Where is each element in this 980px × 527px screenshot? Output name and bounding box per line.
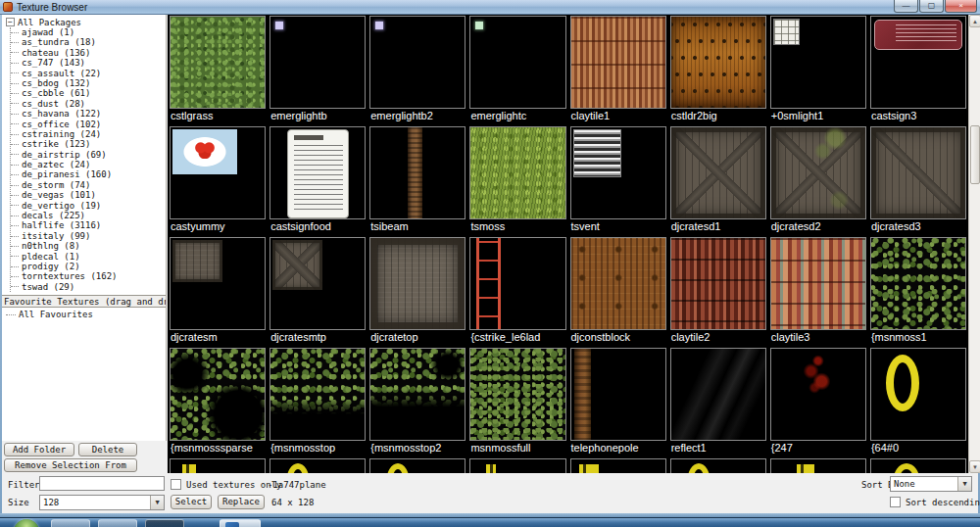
tree-item-cs_747[interactable]: cs_747 (143)	[11, 58, 166, 68]
texture-thumb-claytile1[interactable]	[570, 16, 666, 109]
collapse-icon[interactable]: −	[6, 18, 15, 26]
tree-item-halflife[interactable]: halflife (3116)	[11, 220, 166, 230]
tree-item-pldecal[interactable]: pldecal (1)	[11, 252, 166, 262]
minimize-button[interactable]: —	[894, 0, 918, 13]
texture-thumb-emerglightb2[interactable]	[369, 16, 466, 109]
texture-thumb-{cstrike_le6lad[interactable]	[469, 237, 565, 330]
texture-thumb-msnmossfull[interactable]	[469, 348, 565, 441]
taskbar-item[interactable]	[51, 519, 90, 527]
tree-item-prodigy[interactable]: prodigy (2)	[11, 262, 166, 271]
tree-item-cs_bdog[interactable]: cs_bdog (132)	[11, 78, 166, 88]
scrollbar-thumb[interactable]	[970, 125, 980, 184]
favourites-list: All Favourites	[6, 308, 166, 319]
tree-item-cs_cbble[interactable]: cs_cbble (61)	[11, 88, 166, 98]
texture-patch	[275, 22, 283, 29]
tree-item-de_storm[interactable]: de_storm (74)	[11, 180, 166, 190]
texture-cell: {msnmosssparse	[168, 347, 268, 457]
tree-item-de_piranesi[interactable]: de_piranesi (160)	[11, 169, 166, 179]
start-button-icon[interactable]	[14, 519, 39, 527]
texture-thumb-yring2[interactable]	[870, 458, 966, 473]
scroll-down-arrow-icon[interactable]: ▼	[969, 460, 980, 473]
texture-thumb-djcratesm[interactable]	[170, 237, 266, 330]
tree-item-all-favourites[interactable]: All Favourites	[6, 310, 166, 319]
texture-thumb-djcratesd2[interactable]	[770, 126, 866, 219]
tree-connector	[11, 154, 19, 155]
texture-thumb-reflect1[interactable]	[670, 348, 766, 441]
texture-label: djcratesmtp	[268, 330, 368, 346]
texture-label: {cstrike_le6lad	[467, 330, 567, 346]
vertical-scrollbar[interactable]: ▲ ▼	[968, 15, 980, 473]
texture-thumb-djcratetop[interactable]	[369, 237, 466, 330]
texture-thumb-ystub4[interactable]	[770, 458, 866, 473]
title-bar[interactable]: Texture Browser — ▢ ×	[0, 0, 980, 15]
tree-item-torntextures[interactable]: torntextures (162)	[11, 271, 166, 281]
select-button[interactable]: Select	[171, 495, 212, 509]
texture-cell: claytile3	[768, 236, 868, 347]
texture-thumb-yring[interactable]	[670, 458, 766, 473]
add-folder-button[interactable]: Add Folder	[4, 443, 74, 456]
texture-thumb-{msnmosstop[interactable]	[270, 348, 366, 441]
texture-thumb-djcratesd3[interactable]	[870, 126, 966, 219]
taskbar-item[interactable]	[98, 519, 137, 527]
texture-thumb-{64#0[interactable]	[870, 348, 966, 441]
texture-thumb-cstldr2big[interactable]	[670, 16, 766, 109]
texture-patch	[182, 464, 196, 473]
tree-item-as_tundra[interactable]: as_tundra (18)	[11, 37, 166, 47]
texture-thumb-castsignfood[interactable]	[270, 126, 366, 219]
texture-thumb-yring[interactable]	[270, 458, 366, 473]
texture-thumb-djcratesd1[interactable]	[670, 126, 766, 219]
texture-thumb-claytile3[interactable]	[770, 237, 866, 330]
tree-item-n0thlng[interactable]: n0thlng (8)	[11, 241, 166, 251]
texture-thumb-castsign3[interactable]	[870, 16, 966, 109]
texture-thumb-claytile2[interactable]	[670, 237, 766, 330]
texture-thumb-cstlgrass[interactable]	[170, 16, 266, 109]
texture-thumb-tsmoss[interactable]	[469, 126, 565, 219]
texture-thumb-+0smlight1[interactable]	[770, 16, 866, 109]
texture-thumb-djconstblock[interactable]	[570, 237, 666, 330]
used-textures-only-checkbox[interactable]	[171, 479, 181, 490]
tree-item-cstraining[interactable]: cstraining (24)	[11, 129, 166, 139]
tree-item-itsitaly[interactable]: itsitaly (99)	[11, 231, 166, 241]
texture-thumb-yring[interactable]	[369, 458, 466, 473]
texture-thumb-ystub2[interactable]	[469, 458, 565, 473]
tree-item-chateau[interactable]: chateau (136)	[11, 48, 166, 58]
close-button[interactable]: ×	[945, 0, 977, 13]
texture-thumb-emerglightc[interactable]	[469, 16, 565, 109]
texture-thumb-{msnmosstop2[interactable]	[369, 348, 466, 441]
taskbar-item[interactable]	[145, 519, 184, 527]
sort-by-dropdown[interactable]: None ▼	[890, 476, 972, 492]
texture-thumb-{247[interactable]	[770, 348, 866, 441]
texture-thumb-ystub1[interactable]	[170, 458, 266, 473]
texture-thumb-djcratesmtp[interactable]	[270, 237, 366, 330]
filter-input[interactable]	[39, 476, 165, 491]
size-dropdown[interactable]: 128 ▼	[39, 495, 165, 510]
texture-thumb-{msnmoss1[interactable]	[870, 237, 966, 330]
tree-item-cstrike[interactable]: cstrike (123)	[11, 139, 166, 149]
tree-item-de_airstrip[interactable]: de_airstrip (69)	[11, 150, 166, 160]
tree-root-all-packages[interactable]: − All Packages	[2, 15, 166, 27]
tree-item-cs_assault[interactable]: cs_assault (22)	[11, 69, 166, 78]
tree-item-de_vegas[interactable]: de_vegas (101)	[11, 190, 166, 200]
tree-item-de_aztec[interactable]: de_aztec (24)	[11, 160, 166, 169]
texture-thumb-emerglightb[interactable]	[270, 16, 366, 109]
tree-item-decals[interactable]: decals (225)	[11, 211, 166, 220]
sort-descending-checkbox[interactable]	[890, 497, 901, 507]
tree-item-cs_dust[interactable]: cs_dust (28)	[11, 99, 166, 109]
scroll-up-arrow-icon[interactable]: ▲	[969, 15, 980, 27]
texture-thumb-tsibeam[interactable]	[369, 126, 466, 219]
replace-button[interactable]: Replace	[218, 495, 265, 509]
texture-thumb-telephonepole[interactable]	[570, 348, 666, 441]
tree-item-ajawad[interactable]: ajawad (1)	[11, 27, 166, 37]
tree-item-de_vertigo[interactable]: de_vertigo (19)	[11, 201, 166, 211]
taskbar-item-active[interactable]	[220, 519, 261, 527]
maximize-button[interactable]: ▢	[919, 0, 944, 13]
remove-selection-button[interactable]: Remove Selection From Folder	[4, 458, 137, 472]
tree-item-cs_havana[interactable]: cs_havana (122)	[11, 109, 166, 119]
texture-thumb-castyummy[interactable]	[170, 126, 266, 219]
tree-item-cs_office[interactable]: cs_office (102)	[11, 120, 166, 129]
texture-thumb-tsvent[interactable]	[570, 126, 666, 219]
texture-thumb-ystub3[interactable]	[570, 458, 666, 473]
texture-thumb-{msnmosssparse[interactable]	[170, 348, 266, 441]
delete-button[interactable]: Delete	[78, 443, 137, 456]
tree-item-tswad[interactable]: tswad (29)	[11, 282, 166, 292]
